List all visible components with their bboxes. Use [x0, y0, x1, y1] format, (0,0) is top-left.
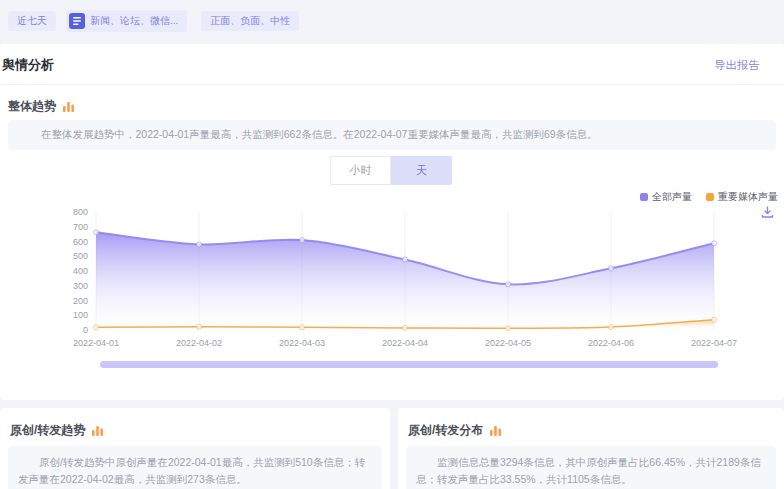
overall-trend-summary: 在整体发展趋势中，2022-04-01声量最高，共监测到662条信息。在2022…: [20, 127, 764, 143]
trend-section-icon: [62, 100, 75, 113]
filter-chip-row: 近七天 新闻、论坛、微信... 正面、负面、中性: [8, 10, 299, 32]
original-repost-distribution-card: 原创/转发分布 监测信息总量3294条信息，其中原创声量占比66.45%，共计2…: [398, 408, 784, 489]
export-report-link[interactable]: 导出报告: [714, 58, 760, 73]
granularity-toggle: 小时 天: [330, 156, 452, 185]
svg-text:2022-04-02: 2022-04-02: [176, 338, 222, 348]
svg-text:2022-04-04: 2022-04-04: [382, 338, 428, 348]
source-icon: [69, 13, 85, 29]
original-repost-trend-icon: [91, 424, 104, 437]
filter-time-range[interactable]: 近七天: [8, 11, 56, 31]
original-repost-distribution-title: 原创/转发分布: [408, 422, 483, 439]
filter-sentiments[interactable]: 正面、负面、中性: [201, 11, 299, 31]
svg-text:500: 500: [73, 251, 88, 261]
header-divider: [0, 84, 784, 85]
toggle-hour-button[interactable]: 小时: [330, 156, 391, 185]
original-repost-distribution-summary-box: 监测信息总量3294条信息，其中原创声量占比66.45%，共计2189条信息；转…: [406, 446, 776, 489]
svg-text:2022-04-05: 2022-04-05: [485, 338, 531, 348]
svg-text:2022-04-07: 2022-04-07: [691, 338, 737, 348]
svg-text:2022-04-03: 2022-04-03: [279, 338, 325, 348]
svg-text:700: 700: [73, 222, 88, 232]
filter-sources-label: 新闻、论坛、微信...: [90, 16, 178, 26]
original-repost-distribution-summary: 监测信息总量3294条信息，其中原创声量占比66.45%，共计2189条信息；转…: [416, 454, 766, 488]
svg-text:2022-04-06: 2022-04-06: [588, 338, 634, 348]
analysis-card: 舆情分析 导出报告 整体趋势 在整体发展趋势中，2022-04-01声量最高，共…: [0, 44, 784, 400]
svg-text:0: 0: [83, 325, 88, 335]
svg-text:300: 300: [73, 281, 88, 291]
toggle-day-button[interactable]: 天: [391, 156, 452, 185]
original-repost-trend-card: 原创/转发趋势 原创/转发趋势中原创声量在2022-04-01最高，共监测到51…: [0, 408, 390, 489]
original-repost-trend-summary: 原创/转发趋势中原创声量在2022-04-01最高，共监测到510条信息；转发声…: [18, 454, 372, 488]
original-repost-trend-title: 原创/转发趋势: [10, 422, 85, 439]
overall-trend-title: 整体趋势: [8, 98, 56, 115]
filter-sources[interactable]: 新闻、论坛、微信...: [66, 10, 187, 32]
page-title: 舆情分析: [2, 56, 54, 74]
svg-text:100: 100: [73, 310, 88, 320]
original-repost-trend-summary-box: 原创/转发趋势中原创声量在2022-04-01最高，共监测到510条信息；转发声…: [8, 446, 382, 489]
original-repost-distribution-icon: [489, 424, 502, 437]
datazoom-slider[interactable]: [100, 361, 718, 368]
svg-text:800: 800: [73, 207, 88, 217]
svg-text:2022-04-01: 2022-04-01: [73, 338, 119, 348]
trend-chart[interactable]: 01002003004005006007008002022-04-012022-…: [56, 200, 780, 350]
svg-text:600: 600: [73, 237, 88, 247]
overall-trend-summary-box: 在整体发展趋势中，2022-04-01声量最高，共监测到662条信息。在2022…: [8, 120, 776, 150]
svg-text:200: 200: [73, 296, 88, 306]
svg-text:400: 400: [73, 266, 88, 276]
